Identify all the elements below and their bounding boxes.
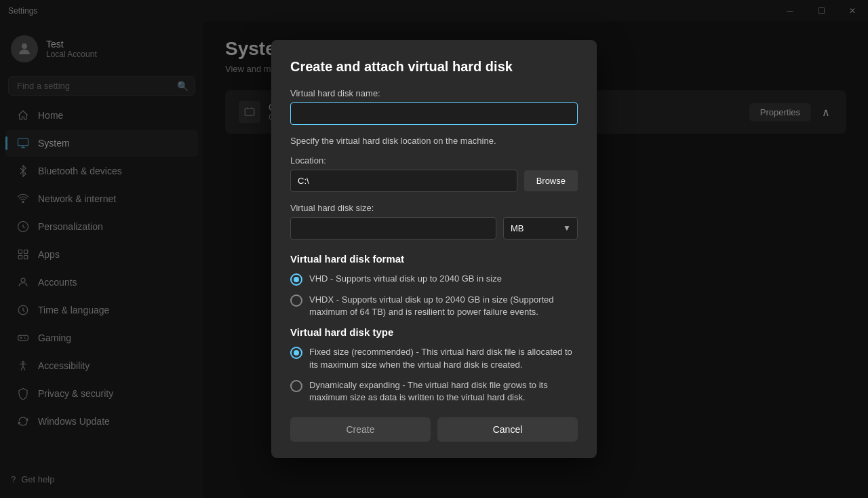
create-vhd-dialog: Create and attach virtual hard disk Virt… xyxy=(271,40,597,458)
dialog-overlay: Create and attach virtual hard disk Virt… xyxy=(0,0,868,498)
format-vhd-option[interactable]: VHD - Supports virtual disk up to 2040 G… xyxy=(290,273,578,286)
format-vhdx-option[interactable]: VHDX - Supports virtual disk up to 2040 … xyxy=(290,294,578,318)
dialog-footer: Create Cancel xyxy=(290,417,578,442)
format-vhd-radio[interactable] xyxy=(290,273,302,286)
size-input[interactable] xyxy=(290,217,496,240)
type-dynamic-radio[interactable] xyxy=(290,380,302,392)
size-row: MB GB TB ▼ xyxy=(290,217,578,240)
cancel-button[interactable]: Cancel xyxy=(437,417,578,442)
create-button[interactable]: Create xyxy=(290,417,431,442)
type-dynamic-label: Dynamically expanding - The virtual hard… xyxy=(309,379,578,404)
location-row: Browse xyxy=(290,170,578,192)
type-section-title: Virtual hard disk type xyxy=(290,326,578,338)
vhd-name-label: Virtual hard disk name: xyxy=(290,88,578,98)
location-input[interactable] xyxy=(290,170,517,192)
size-unit-wrapper: MB GB TB ▼ xyxy=(503,217,578,240)
size-unit-select[interactable]: MB GB TB xyxy=(503,217,578,240)
type-dynamic-option[interactable]: Dynamically expanding - The virtual hard… xyxy=(290,379,578,404)
vhd-name-input[interactable] xyxy=(290,102,578,125)
size-label: Virtual hard disk size: xyxy=(290,203,578,213)
format-vhdx-label: VHDX - Supports virtual disk up to 2040 … xyxy=(309,294,578,318)
browse-button[interactable]: Browse xyxy=(524,170,578,191)
format-section-title: Virtual hard disk format xyxy=(290,253,578,265)
type-fixed-label: Fixed size (recommended) - This virtual … xyxy=(309,346,578,370)
type-fixed-radio[interactable] xyxy=(290,347,302,359)
location-label: Location: xyxy=(290,155,578,166)
dialog-title: Create and attach virtual hard disk xyxy=(290,59,578,75)
format-vhdx-radio[interactable] xyxy=(290,294,302,307)
type-fixed-option[interactable]: Fixed size (recommended) - This virtual … xyxy=(290,346,578,370)
format-vhd-label: VHD - Supports virtual disk up to 2040 G… xyxy=(309,273,502,285)
vhd-desc: Specify the virtual hard disk location o… xyxy=(290,136,578,146)
